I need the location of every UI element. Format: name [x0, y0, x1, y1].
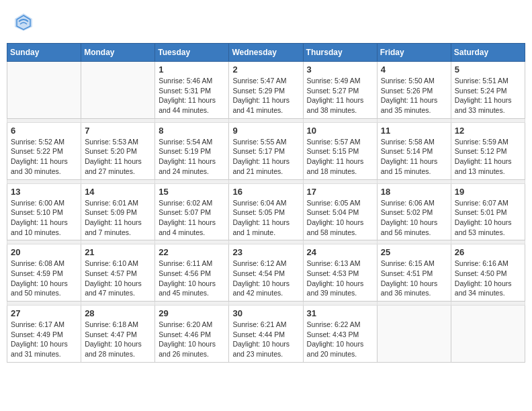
logo — [13, 12, 36, 32]
day-info: Sunrise: 6:15 AM Sunset: 4:51 PM Dayligh… — [381, 259, 447, 298]
calendar-day-header: Tuesday — [155, 44, 229, 62]
day-number: 7 — [85, 126, 151, 136]
day-number: 14 — [85, 187, 151, 197]
day-info: Sunrise: 5:47 AM Sunset: 5:29 PM Dayligh… — [232, 76, 299, 116]
day-info: Sunrise: 5:50 AM Sunset: 5:26 PM Dayligh… — [381, 76, 447, 116]
calendar-day-cell: 31Sunrise: 6:22 AM Sunset: 4:43 PM Dayli… — [303, 306, 377, 363]
day-number: 17 — [307, 187, 373, 197]
day-info: Sunrise: 5:53 AM Sunset: 5:20 PM Dayligh… — [85, 137, 151, 177]
day-info: Sunrise: 5:59 AM Sunset: 5:12 PM Dayligh… — [455, 137, 521, 177]
day-info: Sunrise: 6:20 AM Sunset: 4:46 PM Dayligh… — [159, 320, 225, 359]
day-info: Sunrise: 6:16 AM Sunset: 4:50 PM Dayligh… — [455, 259, 521, 298]
calendar-day-cell: 14Sunrise: 6:01 AM Sunset: 5:09 PM Dayli… — [81, 183, 155, 240]
calendar-day-cell: 11Sunrise: 5:58 AM Sunset: 5:14 PM Dayli… — [377, 122, 451, 179]
day-number: 20 — [11, 247, 77, 257]
calendar-day-cell: 22Sunrise: 6:11 AM Sunset: 4:56 PM Dayli… — [155, 244, 229, 302]
calendar-day-cell: 12Sunrise: 5:59 AM Sunset: 5:12 PM Dayli… — [451, 122, 525, 179]
day-info: Sunrise: 6:21 AM Sunset: 4:44 PM Dayligh… — [232, 320, 299, 359]
calendar-day-cell: 19Sunrise: 6:07 AM Sunset: 5:01 PM Dayli… — [451, 183, 525, 240]
day-info: Sunrise: 6:10 AM Sunset: 4:57 PM Dayligh… — [85, 259, 151, 298]
calendar-day-cell: 30Sunrise: 6:21 AM Sunset: 4:44 PM Dayli… — [229, 306, 303, 363]
day-info: Sunrise: 6:13 AM Sunset: 4:53 PM Dayligh… — [307, 259, 373, 298]
calendar-week-row: 20Sunrise: 6:08 AM Sunset: 4:59 PM Dayli… — [7, 244, 525, 302]
calendar-day-cell — [7, 62, 81, 119]
calendar-day-cell: 20Sunrise: 6:08 AM Sunset: 4:59 PM Dayli… — [7, 244, 81, 302]
calendar-header-row: SundayMondayTuesdayWednesdayThursdayFrid… — [7, 44, 525, 62]
day-info: Sunrise: 6:02 AM Sunset: 5:07 PM Dayligh… — [159, 198, 225, 238]
day-info: Sunrise: 6:01 AM Sunset: 5:09 PM Dayligh… — [85, 198, 151, 238]
day-number: 31 — [307, 308, 373, 318]
day-info: Sunrise: 6:22 AM Sunset: 4:43 PM Dayligh… — [307, 320, 373, 359]
calendar-week-row: 13Sunrise: 6:00 AM Sunset: 5:10 PM Dayli… — [7, 183, 525, 240]
page-header — [7, 7, 525, 38]
day-info: Sunrise: 6:11 AM Sunset: 4:56 PM Dayligh… — [159, 259, 225, 298]
day-number: 9 — [232, 126, 299, 136]
calendar-day-cell: 1Sunrise: 5:46 AM Sunset: 5:31 PM Daylig… — [155, 62, 229, 119]
calendar-day-cell: 18Sunrise: 6:06 AM Sunset: 5:02 PM Dayli… — [377, 183, 451, 240]
day-number: 2 — [232, 64, 299, 75]
day-info: Sunrise: 6:17 AM Sunset: 4:49 PM Dayligh… — [11, 320, 77, 359]
day-info: Sunrise: 6:04 AM Sunset: 5:05 PM Dayligh… — [232, 198, 299, 238]
calendar-week-row: 27Sunrise: 6:17 AM Sunset: 4:49 PM Dayli… — [7, 306, 525, 363]
day-number: 21 — [85, 247, 151, 257]
day-info: Sunrise: 5:57 AM Sunset: 5:15 PM Dayligh… — [307, 137, 373, 177]
day-info: Sunrise: 5:55 AM Sunset: 5:17 PM Dayligh… — [232, 137, 299, 177]
calendar-day-cell: 23Sunrise: 6:12 AM Sunset: 4:54 PM Dayli… — [229, 244, 303, 302]
calendar-day-cell: 17Sunrise: 6:05 AM Sunset: 5:04 PM Dayli… — [303, 183, 377, 240]
day-number: 12 — [455, 126, 521, 136]
calendar-day-cell: 25Sunrise: 6:15 AM Sunset: 4:51 PM Dayli… — [377, 244, 451, 302]
calendar-day-cell: 9Sunrise: 5:55 AM Sunset: 5:17 PM Daylig… — [229, 122, 303, 179]
day-number: 16 — [232, 187, 299, 197]
calendar-table: SundayMondayTuesdayWednesdayThursdayFrid… — [7, 43, 525, 363]
day-info: Sunrise: 6:12 AM Sunset: 4:54 PM Dayligh… — [232, 259, 299, 298]
day-info: Sunrise: 5:46 AM Sunset: 5:31 PM Dayligh… — [159, 76, 225, 116]
day-info: Sunrise: 5:54 AM Sunset: 5:19 PM Dayligh… — [159, 137, 225, 177]
calendar-day-header: Friday — [377, 44, 451, 62]
calendar-week-row: 6Sunrise: 5:52 AM Sunset: 5:22 PM Daylig… — [7, 122, 525, 179]
day-number: 6 — [11, 126, 77, 136]
day-number: 11 — [381, 126, 447, 136]
day-info: Sunrise: 5:58 AM Sunset: 5:14 PM Dayligh… — [381, 137, 447, 177]
day-info: Sunrise: 6:00 AM Sunset: 5:10 PM Dayligh… — [11, 198, 77, 238]
day-number: 23 — [232, 247, 299, 257]
day-number: 19 — [455, 187, 521, 197]
logo-icon — [13, 12, 34, 32]
calendar-day-cell: 10Sunrise: 5:57 AM Sunset: 5:15 PM Dayli… — [303, 122, 377, 179]
calendar-day-cell: 8Sunrise: 5:54 AM Sunset: 5:19 PM Daylig… — [155, 122, 229, 179]
day-number: 25 — [381, 247, 447, 257]
day-number: 8 — [159, 126, 225, 136]
day-number: 28 — [85, 308, 151, 318]
day-number: 13 — [11, 187, 77, 197]
day-number: 10 — [307, 126, 373, 136]
day-info: Sunrise: 6:08 AM Sunset: 4:59 PM Dayligh… — [11, 259, 77, 298]
day-number: 3 — [307, 64, 373, 75]
calendar-day-header: Thursday — [303, 44, 377, 62]
calendar-day-cell: 15Sunrise: 6:02 AM Sunset: 5:07 PM Dayli… — [155, 183, 229, 240]
day-info: Sunrise: 6:05 AM Sunset: 5:04 PM Dayligh… — [307, 198, 373, 238]
day-number: 18 — [381, 187, 447, 197]
day-number: 1 — [159, 64, 225, 75]
calendar-day-cell: 3Sunrise: 5:49 AM Sunset: 5:27 PM Daylig… — [303, 62, 377, 119]
calendar-day-cell — [81, 62, 155, 119]
day-number: 22 — [159, 247, 225, 257]
calendar-day-cell: 28Sunrise: 6:18 AM Sunset: 4:47 PM Dayli… — [81, 306, 155, 363]
calendar-day-cell: 4Sunrise: 5:50 AM Sunset: 5:26 PM Daylig… — [377, 62, 451, 119]
calendar-day-cell: 5Sunrise: 5:51 AM Sunset: 5:24 PM Daylig… — [451, 62, 525, 119]
day-number: 15 — [159, 187, 225, 197]
calendar-day-cell: 16Sunrise: 6:04 AM Sunset: 5:05 PM Dayli… — [229, 183, 303, 240]
calendar-week-row: 1Sunrise: 5:46 AM Sunset: 5:31 PM Daylig… — [7, 62, 525, 119]
calendar-day-cell — [451, 306, 525, 363]
day-info: Sunrise: 5:52 AM Sunset: 5:22 PM Dayligh… — [11, 137, 77, 177]
calendar-day-cell: 6Sunrise: 5:52 AM Sunset: 5:22 PM Daylig… — [7, 122, 81, 179]
day-number: 26 — [455, 247, 521, 257]
day-number: 24 — [307, 247, 373, 257]
day-number: 4 — [381, 64, 447, 75]
day-info: Sunrise: 5:49 AM Sunset: 5:27 PM Dayligh… — [307, 76, 373, 116]
calendar-day-cell: 27Sunrise: 6:17 AM Sunset: 4:49 PM Dayli… — [7, 306, 81, 363]
day-info: Sunrise: 6:06 AM Sunset: 5:02 PM Dayligh… — [381, 198, 447, 238]
calendar-day-cell: 13Sunrise: 6:00 AM Sunset: 5:10 PM Dayli… — [7, 183, 81, 240]
calendar-day-header: Wednesday — [229, 44, 303, 62]
day-number: 27 — [11, 308, 77, 318]
day-number: 30 — [232, 308, 299, 318]
calendar-day-cell — [377, 306, 451, 363]
